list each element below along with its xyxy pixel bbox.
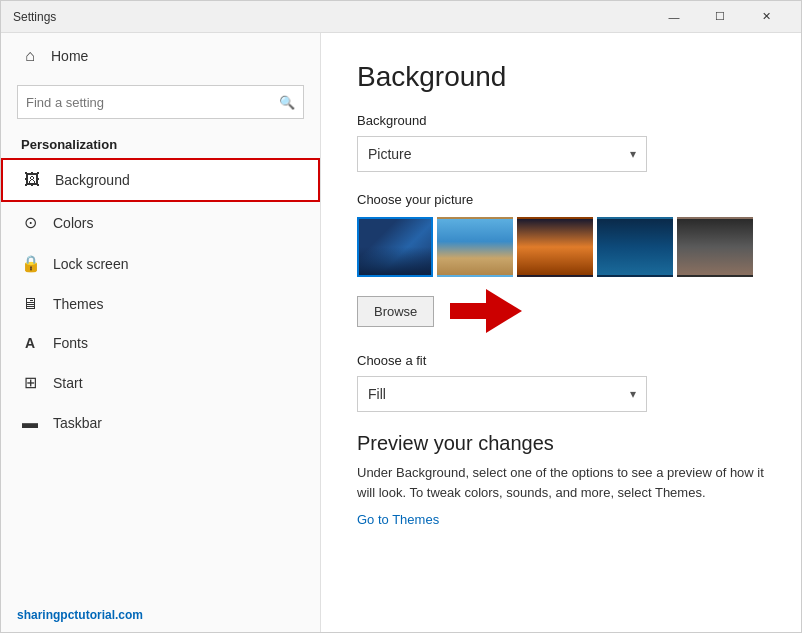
fit-label: Choose a fit <box>357 353 765 368</box>
window-controls: — ☐ ✕ <box>651 1 789 33</box>
maximize-button[interactable]: ☐ <box>697 1 743 33</box>
taskbar-icon: ▬ <box>21 414 39 432</box>
dropdown-arrow-icon: ▾ <box>630 147 636 161</box>
home-label: Home <box>51 48 88 64</box>
lockscreen-icon: 🔒 <box>21 254 39 273</box>
background-dropdown-value: Picture <box>368 146 412 162</box>
sidebar-item-label-themes: Themes <box>53 296 104 312</box>
sidebar-item-label-lockscreen: Lock screen <box>53 256 128 272</box>
picture-row <box>357 217 765 277</box>
minimize-button[interactable]: — <box>651 1 697 33</box>
search-input[interactable] <box>26 95 279 110</box>
sidebar-item-themes[interactable]: 🖥 Themes <box>1 284 320 324</box>
choose-picture-label: Choose your picture <box>357 192 765 207</box>
background-label: Background <box>357 113 765 128</box>
search-button[interactable]: 🔍 <box>279 95 295 110</box>
browse-row: Browse <box>357 289 765 333</box>
sidebar-item-home[interactable]: ⌂ Home <box>1 33 320 79</box>
arrow-indicator <box>450 289 522 333</box>
close-button[interactable]: ✕ <box>743 1 789 33</box>
sidebar-item-taskbar[interactable]: ▬ Taskbar <box>1 403 320 443</box>
sidebar-footer: sharingpctutorial.com <box>1 598 320 632</box>
start-icon: ⊞ <box>21 373 39 392</box>
preview-title: Preview your changes <box>357 432 765 455</box>
titlebar: Settings — ☐ ✕ <box>1 1 801 33</box>
settings-window: Settings — ☐ ✕ ⌂ Home 🔍 Personalization <box>0 0 802 633</box>
main-content: Background Background Picture ▾ Choose y… <box>321 33 801 632</box>
content-area: ⌂ Home 🔍 Personalization 🖼 Background ⊙ … <box>1 33 801 632</box>
sidebar-item-background[interactable]: 🖼 Background <box>1 158 320 202</box>
sidebar-item-fonts[interactable]: A Fonts <box>1 324 320 362</box>
section-title: Personalization <box>1 129 320 158</box>
background-dropdown[interactable]: Picture ▾ <box>357 136 647 172</box>
background-icon: 🖼 <box>23 171 41 189</box>
fit-dropdown-arrow-icon: ▾ <box>630 387 636 401</box>
sidebar-item-label-background: Background <box>55 172 130 188</box>
sidebar-item-start[interactable]: ⊞ Start <box>1 362 320 403</box>
sidebar-item-label-fonts: Fonts <box>53 335 88 351</box>
themes-icon: 🖥 <box>21 295 39 313</box>
fit-dropdown-value: Fill <box>368 386 386 402</box>
picture-thumb-5[interactable] <box>677 217 753 277</box>
picture-thumb-3[interactable] <box>517 217 593 277</box>
window-title: Settings <box>13 10 651 24</box>
sidebar-item-colors[interactable]: ⊙ Colors <box>1 202 320 243</box>
sidebar-item-label-colors: Colors <box>53 215 93 231</box>
preview-text: Under Background, select one of the opti… <box>357 463 765 502</box>
browse-button[interactable]: Browse <box>357 296 434 327</box>
picture-thumb-2[interactable] <box>437 217 513 277</box>
sidebar-item-label-taskbar: Taskbar <box>53 415 102 431</box>
home-icon: ⌂ <box>21 47 39 65</box>
fit-dropdown[interactable]: Fill ▾ <box>357 376 647 412</box>
fonts-icon: A <box>21 335 39 351</box>
sidebar: ⌂ Home 🔍 Personalization 🖼 Background ⊙ … <box>1 33 321 632</box>
sidebar-item-label-start: Start <box>53 375 83 391</box>
page-title: Background <box>357 61 765 93</box>
go-to-themes-link[interactable]: Go to Themes <box>357 512 439 527</box>
arrow-head-icon <box>486 289 522 333</box>
colors-icon: ⊙ <box>21 213 39 232</box>
picture-thumb-1[interactable] <box>357 217 433 277</box>
arrow-shaft <box>450 303 486 319</box>
picture-thumb-4[interactable] <box>597 217 673 277</box>
sidebar-item-lockscreen[interactable]: 🔒 Lock screen <box>1 243 320 284</box>
search-box: 🔍 <box>17 85 304 119</box>
